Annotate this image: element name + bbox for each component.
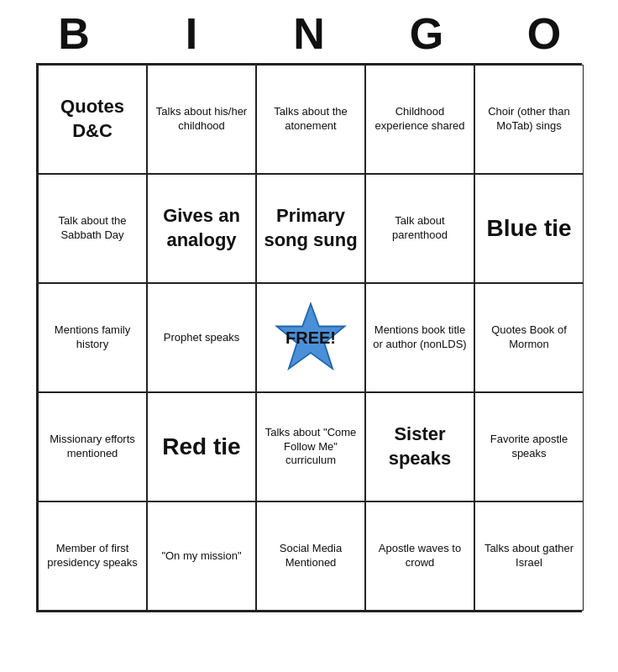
cell-4-3: Apostle waves to crowd <box>365 501 474 611</box>
cell-1-4: Blue tie <box>474 174 584 283</box>
letter-b: B <box>19 8 128 59</box>
cell-0-0: Quotes D&C <box>38 65 147 174</box>
letter-i: I <box>137 8 246 59</box>
cell-0-2: Talks about the atonement <box>256 65 365 174</box>
cell-2-0: Mentions family history <box>38 283 147 392</box>
cell-1-3: Talk about parenthood <box>365 174 474 283</box>
cell-2-4: Quotes Book of Mormon <box>474 283 584 392</box>
bingo-grid: Quotes D&C Talks about his/her childhood… <box>36 63 582 612</box>
cell-3-3: Sister speaks <box>365 392 474 501</box>
cell-1-2: Primary song sung <box>256 174 365 283</box>
letter-g: G <box>372 8 481 59</box>
cell-3-0: Missionary efforts mentioned <box>38 392 147 501</box>
cell-0-4: Choir (other than MoTab) sings <box>474 65 584 174</box>
cell-2-1: Prophet speaks <box>147 283 256 392</box>
cell-1-1: Gives an analogy <box>147 174 256 283</box>
free-label: FREE! <box>285 327 336 349</box>
cell-4-1: "On my mission" <box>147 501 256 611</box>
cell-4-0: Member of first presidency speaks <box>38 501 147 611</box>
cell-0-1: Talks about his/her childhood <box>147 65 256 174</box>
cell-3-2: Talks about "Come Follow Me" curriculum <box>256 392 365 501</box>
cell-4-4: Talks about gather Israel <box>474 501 584 611</box>
bingo-header: B I N G O <box>15 0 603 63</box>
cell-2-2-free: FREE! <box>256 283 365 392</box>
cell-1-0: Talk about the Sabbath Day <box>38 174 147 283</box>
cell-3-4: Favorite apostle speaks <box>474 392 584 501</box>
letter-n: N <box>254 8 364 59</box>
cell-0-3: Childhood experience shared <box>365 65 474 174</box>
cell-3-1: Red tie <box>147 392 256 501</box>
cell-4-2: Social Media Mentioned <box>256 501 365 611</box>
letter-o: O <box>490 8 599 59</box>
cell-2-3: Mentions book title or author (nonLDS) <box>365 283 474 392</box>
